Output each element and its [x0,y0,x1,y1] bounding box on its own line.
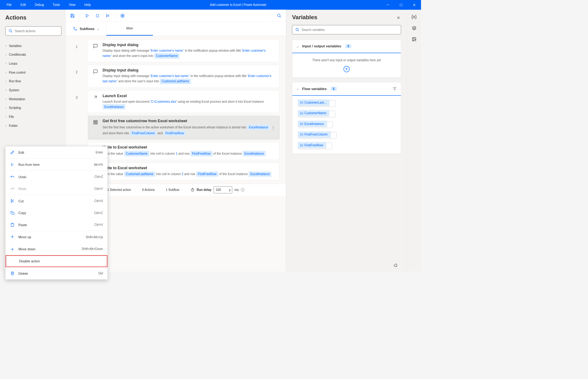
menu-file[interactable]: File [2,3,16,6]
svg-point-36 [296,28,298,31]
svg-line-7 [12,200,12,201]
step-number [66,114,88,121]
step-card[interactable]: Launch ExcelLaunch Excel and open docume… [88,90,279,113]
images-rail-icon[interactable] [412,37,416,41]
status-subflows: 1 Subflow [166,188,179,192]
context-copy[interactable]: CopyCtrl+C [6,207,107,219]
run-delay-input[interactable]: 100 ▴▾ [214,186,232,193]
info-icon[interactable]: i [241,188,244,192]
svg-point-19 [76,29,76,30]
step-description: Write the value CustomerName into cell i… [103,151,275,157]
flow-variables-header[interactable]: ⌵ Flow variables 5 [292,82,401,96]
menu-help[interactable]: Help [80,3,95,6]
step-card[interactable]: Write to Excel worksheetWrite the value … [88,162,279,180]
context-move-down[interactable]: Move downShift+Alt+Down [6,243,107,255]
copy-icon [10,211,15,215]
svg-rect-20 [94,121,97,124]
layers-rail-icon[interactable] [412,26,416,30]
context-edit[interactable]: EditEnter [6,146,107,158]
actions-search-input[interactable] [15,29,58,33]
category-workstation[interactable]: ›Workstation [5,95,61,104]
step-card[interactable]: Write to Excel worksheetWrite the value … [88,142,279,160]
menu-debug[interactable]: Debug [30,3,48,6]
window-title: Add customer to Excel | Power Automate [95,3,381,6]
context-move-up[interactable]: Move upShift+Alt+Up [6,231,107,243]
svg-point-41 [413,38,414,39]
close-variables-button[interactable]: ✕ [397,15,400,20]
category-conditionals[interactable]: ›Conditionals [5,50,61,59]
category-folder[interactable]: ›Folder [5,121,61,130]
variable-chip[interactable]: {x}FirstFreeColumn [299,132,337,139]
record-button[interactable] [118,11,127,20]
step-row: 1Display input dialogDisplay input dialo… [66,38,286,63]
save-button[interactable] [68,11,77,20]
context-delete[interactable]: DeleteDel [6,267,107,279]
step-card[interactable]: Get first free column/row from Excel wor… [88,116,279,139]
chevron-down-icon: ⌵ [297,45,298,48]
svg-point-18 [74,27,75,28]
step-title: Display input dialog [103,68,275,72]
context-run-from-here[interactable]: Run from hereAlt+F5 [6,159,107,171]
menu-view[interactable]: View [64,3,80,6]
category-run-flow[interactable]: ›Run flow [5,77,61,86]
stop-button[interactable] [93,11,102,20]
menu-edit[interactable]: Edit [16,3,30,6]
more-icon[interactable]: ⋮ [271,125,275,130]
context-disable-action[interactable]: Disable action [6,255,107,267]
step-row: Get first free column/row from Excel wor… [66,114,286,141]
variable-chip[interactable]: {x}CustomerName [299,111,335,117]
svg-marker-2 [11,163,14,166]
toolbar-search-button[interactable] [275,11,283,20]
eraser-icon[interactable] [393,262,398,267]
category-variables[interactable]: ›Variables [5,41,61,50]
variables-rail-icon[interactable]: {x} [411,14,417,19]
svg-marker-38 [393,88,396,90]
svg-line-1 [11,32,12,32]
actions-search[interactable] [5,26,61,36]
category-flow-control[interactable]: ›Flow control [5,68,61,77]
variables-search[interactable] [292,25,401,34]
subflows-dropdown[interactable]: Subflows ⌵ [66,22,106,36]
chevron-right-icon: › [5,106,6,110]
run-button[interactable] [83,11,92,20]
category-scripting[interactable]: ›Scripting [5,103,61,112]
step-card[interactable]: Display input dialogDisplay input dialog… [88,39,279,62]
variable-chip[interactable]: {x}ExcelInstance [299,121,333,128]
down-icon [10,247,15,251]
step-card[interactable]: Display input dialogDisplay input dialog… [88,65,279,88]
svg-point-0 [9,29,12,32]
right-rail: {x} [407,10,421,272]
play-icon [10,163,15,166]
variable-chip[interactable]: {x}CustomerLast... [299,100,335,107]
add-variable-button[interactable]: + [344,66,350,72]
context-menu: EditEnterRun from hereAlt+F5UndoCtrl+ZRe… [5,146,108,280]
category-loops[interactable]: ›Loops [5,59,61,68]
chevron-right-icon: › [5,44,6,47]
chevron-right-icon: › [5,53,6,56]
close-button[interactable]: ✕ [408,0,421,10]
step-button[interactable] [103,11,112,20]
context-cut[interactable]: CutCtrl+X [6,195,107,207]
category-file[interactable]: ›File [5,112,61,121]
filter-icon[interactable] [393,87,396,90]
io-variables-header[interactable]: ⌵ Input / output variables 0 [292,40,401,53]
tab-main[interactable]: Main [106,22,153,36]
actions-panel: Actions ›Variables›Conditionals›Loops›Fl… [0,10,66,272]
svg-marker-39 [412,26,416,28]
category-system[interactable]: ›System [5,86,61,95]
context-undo[interactable]: UndoCtrl+Z [6,171,107,183]
status-actions: 6 Actions [142,188,155,192]
step-description: Write the value CustomerLastName into ce… [103,171,275,177]
svg-rect-9 [12,223,13,224]
minimize-button[interactable]: ─ [381,0,395,10]
subflow-bar: Subflows ⌵ Main [66,22,286,36]
context-redo[interactable]: RedoCtrl+Y [6,183,107,195]
step-description: Display input dialog with message 'Enter… [103,48,275,59]
step-icon [93,43,99,59]
variables-search-input[interactable] [301,28,398,31]
paste-icon [10,223,15,227]
variable-chip[interactable]: {x}FirstFreeRow [299,143,332,149]
menu-tools[interactable]: Tools [48,3,64,6]
context-paste[interactable]: PasteCtrl+V [6,219,107,231]
maximize-button[interactable]: ☐ [394,0,408,10]
